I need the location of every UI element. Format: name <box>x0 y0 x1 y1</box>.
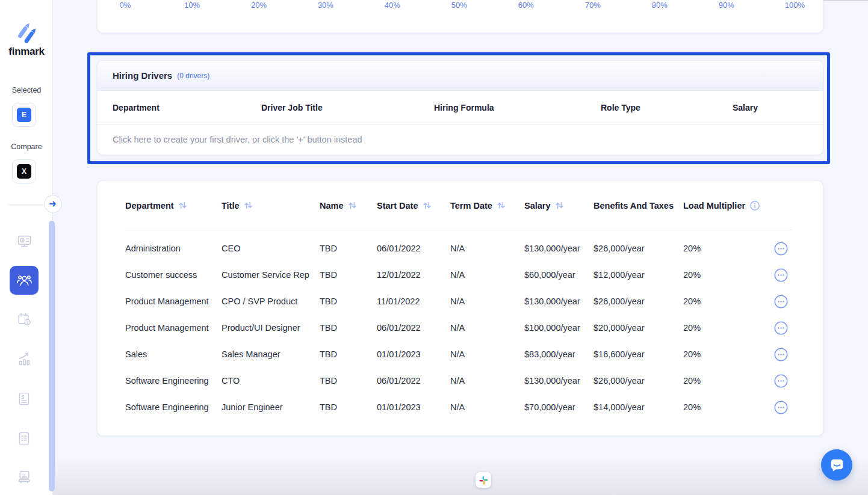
cell-benefits-and-taxes: $20,000/year <box>594 323 683 333</box>
cell-term-date: N/A <box>450 244 524 253</box>
cell-salary: $130,000/year <box>524 297 594 306</box>
hiring-drivers-title: Hiring Drivers <box>113 70 172 81</box>
table-row[interactable]: Software Engineering CTO TBD 06/01/2022 … <box>98 367 823 394</box>
chat-launcher-button[interactable] <box>821 449 852 481</box>
sort-icon[interactable] <box>555 201 564 210</box>
nav-dashboard-button[interactable] <box>10 227 39 256</box>
header-term-date[interactable]: Term Date <box>450 201 524 211</box>
column-department: Department <box>113 103 261 112</box>
selected-label: Selected <box>0 86 53 94</box>
cell-department: Product Management <box>125 297 222 306</box>
cell-start-date: 01/01/2023 <box>377 402 450 412</box>
finmark-logo[interactable]: finmark <box>0 18 53 58</box>
sidebar-scrollbar[interactable] <box>49 221 55 491</box>
cell-salary: $100,000/year <box>524 323 594 333</box>
cell-name: TBD <box>320 297 377 306</box>
sort-icon[interactable] <box>178 201 187 210</box>
cell-benefits-and-taxes: $14,000/year <box>594 402 683 412</box>
table-row[interactable]: Administration CEO TBD 06/01/2022 N/A $1… <box>98 235 823 262</box>
header-name[interactable]: Name <box>320 201 377 211</box>
bar-chart-icon <box>17 352 32 367</box>
header-start-date[interactable]: Start Date <box>377 201 450 211</box>
calendar-dollar-icon: $ <box>17 312 32 327</box>
row-actions-button[interactable] <box>773 347 788 361</box>
svg-text:$: $ <box>22 394 25 400</box>
row-actions-button[interactable] <box>773 321 788 335</box>
column-salary: Salary <box>733 103 808 112</box>
percent-tick-label: 10% <box>184 1 200 10</box>
nav-metrics-button[interactable] <box>10 345 39 374</box>
nav-hiring-button[interactable] <box>10 266 39 295</box>
bottom-section-fade <box>53 457 868 495</box>
nav-reports-button[interactable] <box>10 424 39 453</box>
cell-department: Software Engineering <box>125 376 222 386</box>
cell-title: CTO <box>222 376 320 386</box>
cell-name: TBD <box>320 349 377 359</box>
row-actions-button[interactable] <box>773 241 788 256</box>
percent-tick-label: 20% <box>250 1 267 10</box>
table-row[interactable]: Software Engineering Junior Engineer TBD… <box>98 394 823 420</box>
header-load-multiplier: Load Multiplier <box>683 200 769 211</box>
header-salary[interactable]: Salary <box>524 201 594 211</box>
hiring-drivers-column-header: Department Driver Job Title Hiring Formu… <box>98 91 823 125</box>
percent-tick-label: 0% <box>117 1 134 10</box>
sort-icon[interactable] <box>497 201 506 210</box>
hiring-drivers-count: (0 drivers) <box>177 72 209 80</box>
nav-formulas-button[interactable]: fx <box>10 463 39 491</box>
selected-scenario-badge: E <box>17 108 31 122</box>
create-driver-empty-state[interactable]: Click here to create your first driver, … <box>98 125 823 155</box>
ellipsis-icon <box>774 321 788 335</box>
row-actions-button[interactable] <box>773 374 788 388</box>
document-icon <box>17 431 31 446</box>
sidebar-collapse-button[interactable] <box>44 195 62 213</box>
cell-load-multiplier: 20% <box>683 297 769 306</box>
cell-department: Administration <box>125 244 222 253</box>
table-row[interactable]: Sales Sales Manager TBD 01/01/2023 N/A $… <box>98 341 823 367</box>
hiring-drivers-header: Hiring Drivers (0 drivers) <box>98 61 823 91</box>
cell-term-date: N/A <box>450 376 524 386</box>
header-department[interactable]: Department <box>125 201 222 211</box>
sidebar: finmark Selected E Compare X <box>0 0 53 495</box>
cell-term-date: N/A <box>450 323 524 333</box>
cell-name: TBD <box>320 244 377 253</box>
cell-title: CEO <box>222 244 320 253</box>
finmark-logo-icon <box>14 18 39 45</box>
finmark-wordmark: finmark <box>0 46 53 58</box>
nav-payroll-schedule-button[interactable]: $ <box>10 305 39 334</box>
ellipsis-icon <box>774 374 788 388</box>
chat-bubble-icon <box>829 457 845 473</box>
sort-icon[interactable] <box>348 201 357 210</box>
table-row[interactable]: Customer success Customer Service Rep TB… <box>98 262 823 288</box>
info-icon[interactable] <box>749 200 760 211</box>
selected-scenario-button[interactable]: E <box>12 103 36 127</box>
compare-scenario-badge: X <box>17 164 31 179</box>
formula-board-icon: fx <box>17 470 32 485</box>
ellipsis-icon <box>774 268 788 282</box>
sort-icon[interactable] <box>244 201 253 210</box>
cell-name: TBD <box>320 323 377 333</box>
compare-label: Compare <box>0 143 53 151</box>
nav-financial-statement-button[interactable]: $ <box>10 384 39 413</box>
slack-icon <box>479 476 488 485</box>
row-actions-button[interactable] <box>773 400 788 414</box>
table-row[interactable]: Product Management CPO / SVP Product TBD… <box>98 288 823 315</box>
cell-name: TBD <box>320 270 377 280</box>
roles-table-card: Department Title Name Start Date Term Da… <box>97 180 823 436</box>
cell-salary: $70,000/year <box>524 402 594 412</box>
row-actions-button[interactable] <box>773 268 788 282</box>
cell-department: Product Management <box>125 323 222 333</box>
cell-load-multiplier: 20% <box>683 402 769 412</box>
compare-scenario-button[interactable]: X <box>12 159 36 183</box>
cell-title: Customer Service Rep <box>222 270 320 280</box>
header-title[interactable]: Title <box>222 201 320 211</box>
ellipsis-icon <box>774 348 788 361</box>
percent-tick-label: 100% <box>785 1 805 10</box>
invoice-dollar-icon: $ <box>17 392 31 406</box>
cell-start-date: 06/01/2022 <box>377 323 450 333</box>
percent-tick-label: 30% <box>317 1 334 10</box>
cell-load-multiplier: 20% <box>683 349 769 359</box>
sort-icon[interactable] <box>423 201 432 210</box>
table-row[interactable]: Product Management Product/UI Designer T… <box>98 315 823 341</box>
row-actions-button[interactable] <box>773 294 788 309</box>
cell-term-date: N/A <box>450 270 524 280</box>
